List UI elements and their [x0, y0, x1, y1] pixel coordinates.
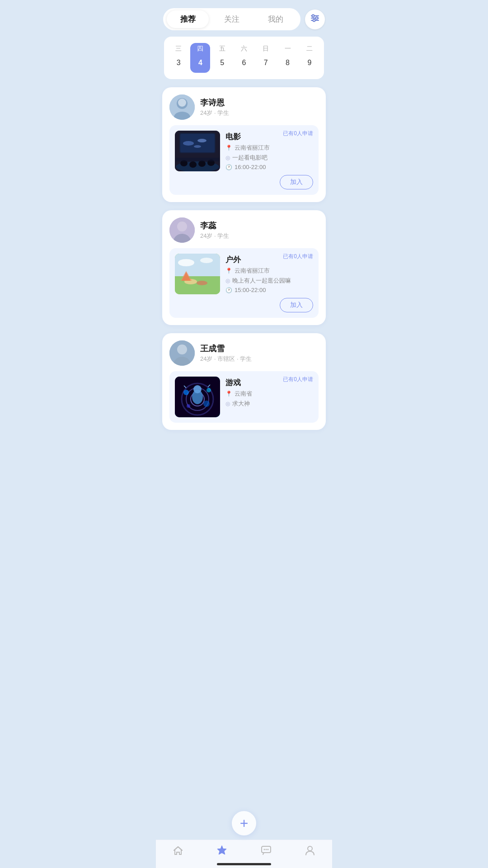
user-name-2: 王成雪	[200, 343, 252, 354]
user-meta-1: 24岁 · 学生	[200, 232, 229, 240]
activity-applicants-1: 已有0人申请	[283, 253, 313, 260]
svg-point-46	[187, 404, 190, 408]
activity-location-2: 📍 云南省	[225, 390, 313, 398]
time-icon-1: 🕐	[225, 287, 232, 293]
nav-tab-recommend[interactable]: 推荐	[167, 10, 209, 28]
location-icon-0: 📍	[225, 145, 232, 151]
desc-icon-2: ◎	[225, 401, 230, 407]
nav-tab-mine[interactable]: 我的	[255, 10, 297, 28]
avatar-0[interactable]	[169, 94, 195, 120]
activity-location-1: 📍 云南省丽江市	[225, 267, 313, 275]
user-meta-0: 24岁 · 学生	[200, 109, 229, 117]
svg-point-15	[197, 139, 206, 142]
user-header-1: 李蕊 24岁 · 学生	[169, 217, 319, 243]
svg-point-45	[206, 388, 211, 392]
svg-point-5	[313, 19, 315, 22]
cal-day-4[interactable]: 四 4	[190, 43, 210, 73]
activity-item-2: 已有0人申请 游戏 📍 云南省 ◎ 求大神	[169, 371, 319, 423]
cal-day-8[interactable]: 一 8	[278, 45, 298, 71]
user-header-2: 王成雪 24岁 · 市辖区 · 学生	[169, 340, 319, 366]
activity-desc-0: ◎ 一起看电影吧	[225, 154, 313, 162]
user-card-1: 李蕊 24岁 · 学生	[162, 210, 326, 325]
svg-point-16	[194, 145, 201, 148]
user-info-0: 李诗恩 24岁 · 学生	[200, 97, 229, 117]
svg-point-44	[183, 390, 189, 395]
activity-image-2	[175, 377, 220, 417]
avatar-1[interactable]	[169, 217, 195, 243]
svg-point-31	[197, 281, 207, 285]
cards-list: 李诗恩 24岁 · 学生	[156, 87, 332, 430]
calendar-bar: 三 3 四 4 五 5 六 6 日 7 一 8 二 9	[164, 37, 324, 79]
avatar-2[interactable]	[169, 340, 195, 366]
svg-point-18	[189, 161, 197, 168]
user-info-1: 李蕊 24岁 · 学生	[200, 220, 229, 240]
activity-item-1: 已有0人申请 户外 📍 云南省丽江市 ◎ 晚上有人一起逛公园嘛 🕐 15:00-…	[169, 248, 319, 318]
activity-time-1: 🕐 15:00-22:00	[225, 287, 313, 293]
activity-image-0	[175, 131, 220, 171]
activity-item-0: 已有0人申请 电影 📍 云南省丽江市 ◎ 一起看电影吧 🕐 16:00-22:0…	[169, 125, 319, 195]
svg-point-37	[177, 344, 187, 354]
time-icon-0: 🕐	[225, 164, 232, 170]
user-card-2: 王成雪 24岁 · 市辖区 · 学生	[162, 333, 326, 430]
user-name-0: 李诗恩	[200, 97, 229, 108]
svg-point-28	[178, 259, 194, 266]
activity-content-0: 已有0人申请 电影 📍 云南省丽江市 ◎ 一起看电影吧 🕐 16:00-22:0…	[225, 131, 313, 189]
user-card-0: 李诗恩 24岁 · 学生	[162, 87, 326, 202]
activity-location-0: 📍 云南省丽江市	[225, 144, 313, 152]
activity-time-0: 🕐 16:00-22:00	[225, 164, 313, 170]
user-header-0: 李诗恩 24岁 · 学生	[169, 94, 319, 120]
svg-point-9	[178, 99, 186, 107]
nav-tab-follow[interactable]: 关注	[211, 10, 253, 28]
cal-day-5[interactable]: 五 5	[212, 45, 232, 71]
desc-icon-1: ◎	[225, 278, 230, 284]
nav-tabs-wrapper: 推荐 关注 我的	[163, 8, 300, 30]
svg-rect-21	[176, 158, 219, 161]
svg-point-29	[200, 258, 213, 263]
filter-button[interactable]	[305, 9, 325, 29]
cal-day-7[interactable]: 日 7	[256, 45, 276, 71]
join-button-0[interactable]: 加入	[280, 175, 313, 189]
svg-point-43	[193, 385, 202, 393]
svg-point-1	[312, 15, 314, 17]
cal-day-6[interactable]: 六 6	[234, 45, 254, 71]
svg-point-24	[177, 222, 187, 231]
filter-icon	[310, 13, 320, 25]
svg-point-14	[183, 141, 194, 146]
user-info-2: 王成雪 24岁 · 市辖区 · 学生	[200, 343, 252, 363]
cal-day-3[interactable]: 三 3	[169, 45, 188, 71]
activity-applicants-2: 已有0人申请	[283, 376, 313, 383]
desc-icon-0: ◎	[225, 155, 230, 161]
location-icon-2: 📍	[225, 391, 232, 397]
activity-desc-2: ◎ 求大神	[225, 400, 313, 408]
activity-content-2: 已有0人申请 游戏 📍 云南省 ◎ 求大神	[225, 377, 313, 408]
location-icon-1: 📍	[225, 268, 232, 274]
svg-point-19	[198, 160, 206, 167]
activity-desc-1: ◎ 晚上有人一起逛公园嘛	[225, 277, 313, 285]
activity-applicants-0: 已有0人申请	[283, 130, 313, 137]
cal-day-9[interactable]: 二 9	[300, 45, 319, 71]
svg-point-3	[316, 17, 318, 19]
activity-image-1	[175, 254, 220, 294]
svg-point-47	[203, 401, 210, 407]
user-name-1: 李蕊	[200, 220, 229, 231]
user-meta-2: 24岁 · 市辖区 · 学生	[200, 355, 252, 363]
top-navigation: 推荐 关注 我的	[156, 0, 332, 37]
activity-content-1: 已有0人申请 户外 📍 云南省丽江市 ◎ 晚上有人一起逛公园嘛 🕐 15:00-…	[225, 254, 313, 312]
join-button-1[interactable]: 加入	[280, 298, 313, 312]
